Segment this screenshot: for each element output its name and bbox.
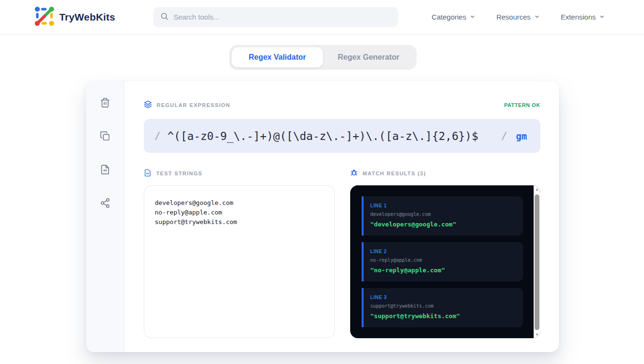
regex-section-title: REGULAR EXPRESSION: [157, 102, 230, 108]
match-result-card[interactable]: LINE 3 support@trywebkits.com "support@t…: [362, 288, 523, 327]
brand-logo[interactable]: TryWebKits: [34, 6, 115, 28]
bug-icon: [350, 169, 358, 178]
nav-categories-label: Categories: [431, 13, 466, 21]
match-input-text: no-reply@apple.com: [370, 257, 518, 263]
match-output-text: "support@trywebkits.com": [370, 312, 518, 320]
scrollbar-up-arrow-icon[interactable]: ▲: [534, 186, 540, 193]
chevron-down-icon: [599, 13, 605, 21]
card-content: REGULAR EXPRESSION PATTERN OK / ^([a-z0-…: [124, 81, 559, 352]
regex-pattern-box[interactable]: / ^([a-z0-9_\.-]+)@([\da-z\.-]+)\.([a-z\…: [144, 119, 540, 153]
search-icon: [160, 12, 169, 22]
share-icon[interactable]: [99, 197, 111, 209]
scrollbar-down-arrow-icon[interactable]: ▼: [534, 331, 540, 338]
regex-pattern-text[interactable]: ^([a-z0-9_\.-]+)@([\da-z\.-]+)\.([a-z\.]…: [167, 130, 478, 142]
match-input-text: support@trywebkits.com: [370, 303, 518, 309]
match-results-label: MATCH RESULTS (3): [350, 169, 540, 178]
results-scrollbar[interactable]: ▲ ▼: [534, 185, 540, 338]
file-code-icon: [144, 169, 151, 178]
main-nav: Categories Resources Extensions: [431, 13, 605, 21]
regex-section-head: REGULAR EXPRESSION PATTERN OK: [144, 100, 540, 109]
match-result-card[interactable]: LINE 1 developers@google.com "developers…: [362, 196, 523, 236]
regex-validator-card: REGULAR EXPRESSION PATTERN OK / ^([a-z0-…: [86, 81, 559, 352]
test-strings-title: TEST STRINGS: [156, 171, 203, 176]
nav-resources-label: Resources: [496, 13, 531, 21]
search-bar[interactable]: [153, 7, 398, 27]
test-strings-column: TEST STRINGS developers@google.com no-re…: [144, 169, 335, 338]
chevron-down-icon: [470, 13, 475, 21]
tool-tabs: Regex Validator Regex Generator: [229, 45, 417, 70]
chevron-down-icon: [534, 13, 540, 21]
regex-delimiter-close: /: [501, 130, 507, 142]
test-strings-textarea[interactable]: developers@google.com no-reply@apple.com…: [144, 185, 335, 338]
match-line-label: LINE 2: [370, 249, 518, 254]
trywebkits-logo-icon: [34, 6, 54, 28]
scrollbar-thumb[interactable]: [535, 194, 539, 330]
nav-categories[interactable]: Categories: [431, 13, 475, 21]
nav-resources[interactable]: Resources: [496, 13, 540, 21]
nav-extensions[interactable]: Extensions: [561, 13, 605, 21]
tab-regex-generator[interactable]: Regex Generator: [323, 47, 414, 67]
match-line-label: LINE 3: [370, 295, 518, 300]
layers-icon: [144, 100, 152, 109]
match-input-text: developers@google.com: [370, 212, 518, 217]
match-line-label: LINE 1: [370, 203, 518, 208]
match-results-list: LINE 1 developers@google.com "developers…: [350, 185, 540, 327]
search-input[interactable]: [173, 13, 391, 21]
match-result-card[interactable]: LINE 2 no-reply@apple.com "no-reply@appl…: [362, 242, 523, 281]
nav-extensions-label: Extensions: [561, 13, 596, 21]
file-code-icon[interactable]: [99, 164, 111, 175]
workbench-columns: TEST STRINGS developers@google.com no-re…: [144, 169, 540, 338]
regex-flags[interactable]: gm: [516, 131, 527, 141]
brand-name: TryWebKits: [59, 11, 115, 23]
trash-icon[interactable]: [99, 97, 111, 108]
match-results-title: MATCH RESULTS (3): [363, 171, 426, 176]
match-output-text: "no-reply@apple.com": [370, 267, 518, 274]
regex-section-label: REGULAR EXPRESSION: [144, 100, 230, 109]
header: TryWebKits Categories Resources Extensio…: [0, 0, 644, 34]
match-results-column: MATCH RESULTS (3) LINE 1 developers@goog…: [350, 169, 540, 338]
match-output-text: "developers@google.com": [370, 221, 518, 228]
match-results-panel: LINE 1 developers@google.com "developers…: [350, 185, 540, 338]
copy-icon[interactable]: [99, 130, 111, 142]
pattern-status-badge: PATTERN OK: [504, 102, 540, 108]
regex-delimiter-open: /: [154, 130, 161, 142]
test-strings-label: TEST STRINGS: [144, 169, 335, 178]
tab-regex-validator[interactable]: Regex Validator: [232, 47, 323, 67]
side-toolbar: [86, 81, 124, 352]
